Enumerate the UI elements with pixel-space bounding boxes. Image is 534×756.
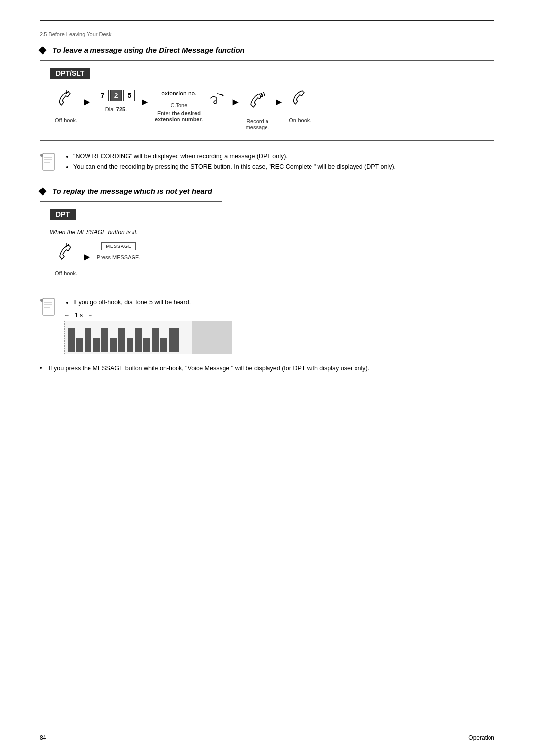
dpt-slt-header: DPT/SLT bbox=[50, 68, 90, 79]
arrow4: ► bbox=[269, 88, 289, 108]
bar-5 bbox=[101, 328, 108, 352]
arrow1: ► bbox=[77, 88, 97, 108]
offhook-label-2: Off-hook. bbox=[55, 270, 77, 276]
arrow3: ► bbox=[226, 88, 246, 108]
step-ctone bbox=[203, 88, 226, 114]
extension-label: Enter the desiredextension number. bbox=[155, 110, 203, 122]
dial-btn-2: 2 bbox=[110, 90, 122, 101]
notes3-section: • If you press the MESSAGE button while … bbox=[40, 363, 494, 374]
page-footer: 84 Operation bbox=[40, 730, 494, 741]
step-message: MESSAGE Press MESSAGE. bbox=[97, 242, 141, 260]
dpt-header: DPT bbox=[50, 209, 76, 220]
section2-title: To replay the message which is not yet h… bbox=[40, 187, 494, 195]
tone-time-label: 1 s bbox=[75, 312, 83, 319]
offhook-icon-2 bbox=[56, 242, 76, 265]
diamond-icon-2 bbox=[39, 187, 47, 195]
tone-diagram-content: If you go off-hook, dial tone 5 will be … bbox=[64, 297, 232, 354]
notes1-text: "NOW RECORDING" will be displayed when r… bbox=[64, 151, 396, 173]
offhook-label: Off-hook. bbox=[55, 117, 77, 123]
onhook-label: On-hook. bbox=[289, 117, 311, 123]
dial-label: Dial 725. bbox=[105, 106, 127, 112]
bar-7 bbox=[118, 328, 125, 352]
step-offhook: Off-hook. bbox=[55, 88, 77, 123]
note2-text: If you go off-hook, dial tone 5 will be … bbox=[64, 297, 232, 308]
bar-2 bbox=[76, 338, 83, 352]
ctone-label: C.Tone bbox=[171, 102, 188, 108]
step-dial: 7 2 5 Dial 725. bbox=[97, 88, 135, 112]
bar-11 bbox=[152, 328, 159, 352]
onhook-icon bbox=[289, 88, 311, 112]
note-icon-1 bbox=[40, 152, 57, 176]
dial-btn-7: 7 bbox=[97, 90, 109, 101]
record-label: Record amessage. bbox=[246, 118, 269, 130]
diamond-icon bbox=[39, 46, 47, 54]
svg-marker-0 bbox=[222, 94, 224, 97]
bar-9 bbox=[135, 328, 142, 352]
step-onhook: On-hook. bbox=[289, 88, 311, 123]
dpt-slt-box: DPT/SLT Off-hook. ► bbox=[40, 60, 494, 141]
record-icon bbox=[246, 88, 268, 113]
bar-8 bbox=[127, 338, 134, 352]
arrow5: ► bbox=[77, 242, 97, 263]
bar-3 bbox=[85, 328, 91, 352]
arrow2: ► bbox=[135, 88, 155, 108]
step-extension: extension no. C.Tone Enter the desiredex… bbox=[155, 88, 203, 122]
note3-text: If you press the MESSAGE button while on… bbox=[49, 363, 370, 374]
breadcrumb: 2.5 Before Leaving Your Desk bbox=[40, 31, 494, 37]
when-text: When the MESSAGE button is lit. bbox=[50, 229, 212, 236]
message-label: Press MESSAGE. bbox=[97, 254, 141, 260]
dial-buttons: 7 2 5 bbox=[97, 90, 135, 101]
tone-filled-area bbox=[192, 321, 232, 354]
music-icon bbox=[207, 90, 226, 111]
extension-box: extension no. bbox=[156, 88, 202, 99]
svg-rect-6 bbox=[43, 298, 54, 315]
top-rule bbox=[40, 20, 494, 21]
offhook-icon bbox=[55, 88, 77, 112]
tone-diagram-section: If you go off-hook, dial tone 5 will be … bbox=[40, 297, 494, 354]
notes1-section: "NOW RECORDING" will be displayed when r… bbox=[40, 151, 494, 176]
tone-chart bbox=[64, 321, 232, 354]
bar-13 bbox=[169, 328, 179, 352]
svg-point-5 bbox=[40, 154, 43, 157]
bullet-3: • bbox=[40, 363, 42, 372]
note3-item: • If you press the MESSAGE button while … bbox=[40, 363, 494, 374]
bar-6 bbox=[110, 338, 117, 352]
bar-1 bbox=[68, 328, 75, 352]
tone-label-row: ← 1 s → bbox=[64, 312, 232, 319]
message-button-icon: MESSAGE bbox=[101, 242, 136, 250]
bar-10 bbox=[143, 338, 150, 352]
footer-section: Operation bbox=[468, 734, 494, 741]
bar-4 bbox=[93, 338, 100, 352]
dial-btn-5: 5 bbox=[123, 90, 135, 101]
dpt-steps2: Off-hook. ► MESSAGE Press MESSAGE. bbox=[50, 242, 212, 276]
dpt-steps: Off-hook. ► 7 2 5 Dial 725. ► bbox=[50, 88, 484, 130]
dpt-box: DPT When the MESSAGE button is lit. Off-… bbox=[40, 201, 222, 286]
tone-chart-container: ← 1 s → bbox=[64, 312, 232, 354]
step-record: Record amessage. bbox=[246, 88, 269, 130]
note-icon-2 bbox=[40, 297, 57, 321]
bar-12 bbox=[160, 338, 167, 352]
page-number: 84 bbox=[40, 734, 46, 741]
step-offhook-2: Off-hook. bbox=[55, 242, 77, 276]
section1-title: To leave a message using the Direct Mess… bbox=[40, 46, 494, 54]
svg-rect-1 bbox=[43, 153, 54, 170]
svg-point-10 bbox=[40, 299, 43, 302]
